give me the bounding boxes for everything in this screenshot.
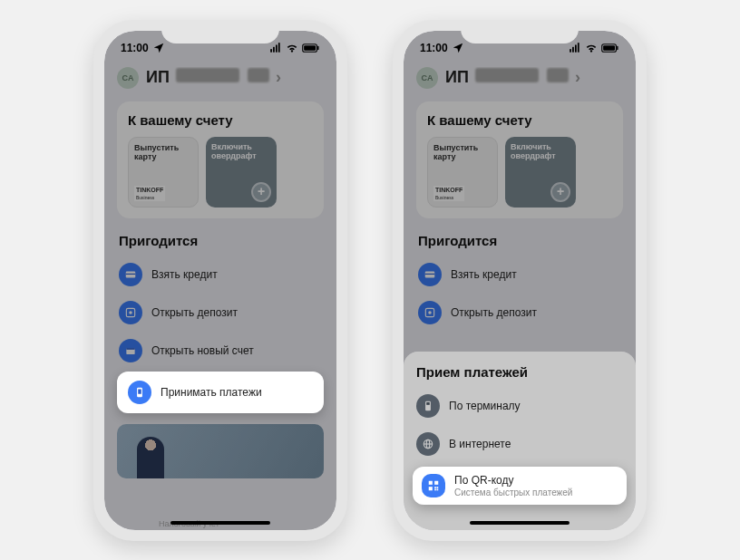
title-blur-initials [547, 68, 569, 82]
tile-issue-card[interactable]: Выпустить карту TINKOFF Business [128, 137, 199, 208]
svg-rect-3 [278, 43, 280, 53]
status-time: 11:00 [121, 42, 149, 54]
svg-rect-1 [273, 46, 275, 52]
svg-rect-6 [317, 45, 318, 49]
svg-rect-20 [603, 45, 615, 51]
svg-rect-8 [126, 273, 136, 274]
sheet-label-qr: По QR-коду [454, 474, 572, 487]
credit-icon [119, 263, 142, 286]
list-item-accept-payments[interactable]: Принимать платежи [117, 372, 324, 413]
tile-issue-card[interactable]: Выпустить карту TINKOFF Business [427, 137, 498, 208]
account-header[interactable]: СА ИП › [117, 67, 324, 89]
list-label-deposit: Открыть депозит [151, 306, 238, 319]
svg-rect-23 [425, 273, 435, 274]
notch [461, 20, 579, 43]
tile-overdraft[interactable]: Включить овердрафт + [206, 137, 277, 208]
tile-row: Выпустить карту TINKOFF Business Вкл [128, 137, 313, 208]
list-label-payments: Принимать платежи [161, 386, 262, 399]
svg-rect-14 [138, 389, 141, 393]
useful-section: Пригодится Взять кредит Открыть депозит [117, 233, 324, 478]
tile-label-1a: Выпустить [134, 143, 179, 152]
tile-overdraft[interactable]: Включить овердрафт + [505, 137, 576, 208]
sheet-item-internet[interactable]: В интернете [416, 425, 623, 463]
chevron-right-icon: › [575, 68, 580, 86]
list-label-deposit: Открыть депозит [451, 306, 537, 319]
title-blur-initials [248, 68, 269, 82]
phone-right: 11:00 СА ИП [393, 20, 647, 541]
qr-icon [422, 474, 445, 497]
credit-icon [418, 263, 442, 286]
svg-rect-33 [429, 487, 433, 490]
wifi-icon [286, 42, 298, 54]
sheet-item-terminal[interactable]: По терминалу [416, 387, 623, 425]
home-indicator[interactable] [470, 521, 570, 525]
list-label-account: Открыть новый счет [151, 344, 254, 357]
account-card: К вашему счету Выпустить карту TINKOFF B… [416, 101, 623, 218]
content-left: СА ИП › К вашему счету Выпустить карту [104, 67, 336, 530]
title-prefix: ИП [445, 68, 469, 86]
useful-title: Пригодится [117, 233, 324, 248]
list-item-deposit[interactable]: Открыть депозит [416, 294, 623, 332]
tile-label-2a: Включить [211, 142, 252, 151]
battery-icon [302, 42, 320, 54]
svg-rect-17 [575, 44, 577, 52]
list-item-new-account[interactable]: Открыть новый счет [117, 332, 324, 370]
useful-section: Пригодится Взять кредит Открыть депозит [416, 233, 623, 332]
home-indicator[interactable] [170, 521, 270, 525]
plus-icon: + [550, 182, 570, 202]
chevron-right-icon: › [276, 68, 281, 86]
account-section-title: К вашему счету [128, 112, 313, 128]
avatar: СА [117, 67, 139, 89]
svg-rect-31 [429, 480, 433, 484]
list-item-deposit[interactable]: Открыть депозит [117, 294, 324, 332]
phone-left: 11:00 СА ИП [93, 20, 347, 541]
svg-rect-15 [570, 49, 571, 53]
signal-icon [569, 42, 581, 54]
svg-rect-34 [434, 487, 436, 488]
sheet-item-qr[interactable]: По QR-коду Система быстрых платежей [413, 467, 627, 505]
account-icon [119, 339, 142, 362]
terminal-icon [416, 394, 440, 418]
svg-rect-21 [617, 45, 618, 49]
battery-icon [601, 42, 619, 54]
title-prefix: ИП [146, 68, 170, 86]
deposit-icon [119, 301, 142, 324]
location-icon [152, 42, 165, 54]
status-time: 11:00 [420, 42, 448, 54]
list-item-credit[interactable]: Взять кредит [117, 256, 324, 294]
wifi-icon [585, 42, 598, 54]
tile-brand: TINKOFF Business [134, 186, 165, 200]
bottom-sheet: Прием платежей По терминалу В интернете [404, 352, 636, 530]
tile-brand: TINKOFF Business [433, 186, 464, 200]
svg-rect-37 [437, 487, 439, 488]
svg-rect-5 [304, 45, 316, 51]
account-title: ИП › [146, 68, 281, 87]
sheet-title: Прием платежей [416, 364, 623, 380]
sheet-sublabel-qr: Система быстрых платежей [454, 488, 572, 497]
useful-title: Пригодится [416, 233, 623, 248]
list-label-credit: Взять кредит [451, 268, 517, 281]
promo-person [137, 437, 164, 478]
svg-rect-35 [437, 488, 439, 490]
svg-rect-2 [276, 44, 278, 52]
svg-rect-16 [572, 46, 574, 52]
svg-rect-12 [126, 348, 134, 350]
location-icon [452, 42, 464, 54]
phone-screen-right: 11:00 СА ИП [404, 31, 636, 530]
promo-tile[interactable] [117, 424, 324, 478]
payments-icon [128, 381, 151, 404]
svg-rect-27 [426, 401, 430, 404]
account-header[interactable]: СА ИП › [416, 67, 623, 89]
title-blur-name [176, 68, 239, 82]
tile-row: Выпустить карту TINKOFF Business Вкл [427, 137, 612, 208]
svg-point-10 [129, 311, 132, 314]
phone-screen-left: 11:00 СА ИП [104, 31, 336, 530]
deposit-icon [418, 301, 442, 324]
svg-point-25 [428, 311, 432, 314]
avatar: СА [416, 67, 438, 89]
tile-label-1b: карту [134, 152, 157, 161]
plus-icon: + [251, 182, 271, 202]
list-item-credit[interactable]: Взять кредит [416, 256, 623, 294]
notch [161, 20, 279, 43]
svg-rect-32 [434, 480, 438, 484]
